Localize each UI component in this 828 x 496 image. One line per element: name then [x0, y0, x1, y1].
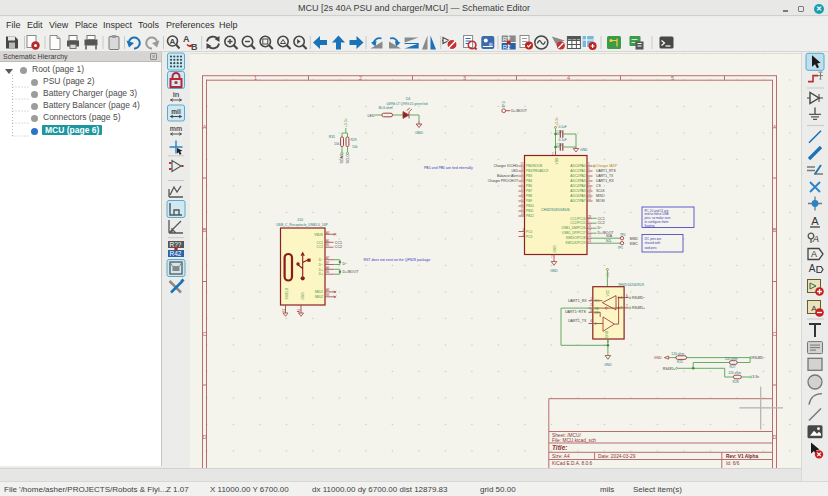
svg-text:VBUS: VBUS — [314, 233, 323, 237]
svg-text:A: A — [809, 263, 816, 274]
svg-text:TP4: TP4 — [620, 233, 626, 237]
svg-text:23: 23 — [588, 234, 592, 238]
svg-text:VDD: VDD — [555, 157, 559, 164]
svg-text:0499b LT Q99G.01 green led: 0499b LT Q99G.01 green led — [386, 102, 427, 106]
svg-text:CC1: CC1 — [598, 217, 605, 221]
svg-text:RS485+: RS485+ — [632, 306, 645, 310]
svg-text:CH32X035G8U6: CH32X035G8U6 — [541, 208, 570, 212]
svg-text:17: 17 — [521, 182, 525, 186]
svg-text:C: C — [203, 331, 207, 337]
svg-text:D: D — [773, 434, 777, 440]
svg-text:D+/BOOT: D+/BOOT — [343, 270, 360, 274]
svg-text:CC2: CC2 — [335, 245, 342, 249]
svg-text:D: D — [203, 434, 207, 440]
svg-text:Balancer Alert: Balancer Alert — [497, 174, 518, 178]
svg-text:A1: A1 — [297, 308, 301, 312]
svg-text:B7: B7 — [326, 261, 330, 265]
svg-text:SCL: SCL — [606, 239, 612, 243]
svg-text:USB1_DP/PC17: USB1_DP/PC17 — [562, 231, 586, 235]
svg-text:RST does not exist on the QFN2: RST does not exist on the QFN28 package — [364, 258, 431, 262]
svg-text:R2: R2 — [503, 44, 511, 50]
svg-text:A: A — [811, 249, 817, 259]
svg-text:16: 16 — [521, 177, 525, 181]
svg-text:18: 18 — [521, 167, 525, 171]
svg-text:GND: GND — [550, 269, 558, 273]
svg-text:GND: GND — [553, 245, 557, 253]
svg-text:D−: D− — [319, 263, 323, 267]
svg-text:PB0/NOCB: PB0/NOCB — [526, 164, 542, 168]
svg-text:Title:: Title: — [552, 444, 567, 451]
svg-text:120 ohm: 120 ohm — [725, 357, 738, 361]
svg-text:PB3: PB3 — [526, 174, 532, 178]
svg-text:RS485−: RS485− — [752, 356, 765, 360]
svg-text:CC2/PC15: CC2/PC15 — [570, 221, 585, 225]
svg-text:GND: GND — [580, 148, 588, 152]
svg-text:R29: R29 — [351, 138, 357, 142]
svg-text:R??: R?? — [170, 241, 182, 248]
svg-text:B6: B6 — [326, 270, 330, 274]
svg-text:UART1_RX: UART1_RX — [568, 299, 587, 303]
svg-text:floating: floating — [645, 224, 655, 228]
svg-text:SWDIO/PC18: SWDIO/PC18 — [566, 236, 586, 240]
svg-text:PB1/PB5/ADC9: PB1/PB5/ADC9 — [526, 169, 549, 173]
svg-text:PB7: PB7 — [526, 189, 532, 193]
svg-text:120 ohm: 120 ohm — [671, 352, 684, 356]
svg-text:26: 26 — [588, 224, 592, 228]
svg-text:28: 28 — [588, 215, 592, 219]
svg-text:80.6 ohm: 80.6 ohm — [378, 106, 392, 110]
svg-text:ADC1/PA1: ADC1/PA1 — [570, 169, 585, 173]
svg-text:+3.3v: +3.3v — [344, 118, 348, 127]
svg-text:2: 2 — [359, 75, 362, 81]
svg-text:mm: mm — [170, 125, 182, 132]
svg-text:A: A — [183, 34, 190, 44]
svg-text:File: MCU.kicad_sch: File: MCU.kicad_sch — [552, 438, 596, 443]
svg-text:RO: RO — [595, 299, 600, 303]
svg-text:mil: mil — [171, 108, 181, 115]
svg-text:19: 19 — [521, 187, 525, 191]
svg-text:UART1_TX: UART1_TX — [568, 319, 587, 323]
svg-text:KiCad E.D.A. 8.0.6: KiCad E.D.A. 8.0.6 — [552, 461, 593, 466]
svg-text:PB8: PB8 — [526, 194, 532, 198]
svg-text:SHIELD: SHIELD — [285, 287, 289, 299]
svg-text:A4: A4 — [326, 231, 330, 235]
svg-text:B: B — [620, 306, 622, 310]
svg-text:D−: D− — [598, 226, 603, 230]
svg-text:D+/BOOT: D+/BOOT — [511, 109, 528, 113]
svg-text:20: 20 — [521, 192, 525, 196]
svg-text:GND: GND — [301, 292, 305, 300]
svg-text:B8: B8 — [326, 293, 330, 297]
svg-text:LED: LED — [368, 114, 375, 118]
svg-text:ADC7/PA7: ADC7/PA7 — [570, 199, 585, 203]
svg-text:ADC2/PA2: ADC2/PA2 — [570, 174, 585, 178]
svg-text:GND: GND — [605, 330, 609, 338]
svg-text:RS485−: RS485− — [632, 296, 645, 300]
svg-text:C36: C36 — [556, 143, 562, 147]
svg-text:A: A — [203, 124, 207, 130]
svg-text:PB10: PB10 — [526, 204, 534, 208]
svg-text:CC1: CC1 — [335, 241, 342, 245]
svg-text:CS: CS — [596, 184, 601, 188]
svg-text:GND: GND — [604, 363, 612, 367]
svg-text:SCL0: SCL0 — [346, 155, 350, 164]
svg-text:ADC4/PA4: ADC4/PA4 — [570, 184, 585, 188]
svg-text:11: 11 — [588, 192, 591, 196]
svg-text:24: 24 — [588, 239, 592, 243]
svg-text:MOSI: MOSI — [596, 199, 605, 203]
svg-text:LED: LED — [511, 169, 518, 173]
svg-text:A6: A6 — [326, 266, 330, 270]
svg-text:27: 27 — [588, 229, 592, 233]
svg-text:B: B — [203, 227, 207, 233]
svg-text:ADC6/PA6: ADC6/PA6 — [570, 194, 585, 198]
svg-text:24: 24 — [521, 212, 525, 216]
svg-text:SDA: SDA — [606, 234, 612, 238]
svg-text:UART1~RTS: UART1~RTS — [565, 310, 587, 314]
svg-text:SWCLK/PC19: SWCLK/PC19 — [565, 241, 585, 245]
svg-text:I2C pins are: I2C pins are — [645, 237, 662, 241]
svg-text:Charger PROCHOT: Charger PROCHOT — [488, 179, 518, 183]
svg-text:D+: D+ — [319, 272, 323, 276]
svg-text:3.3v: 3.3v — [752, 375, 759, 379]
svg-text:MISO: MISO — [596, 194, 605, 198]
svg-text:CC2: CC2 — [598, 221, 605, 225]
svg-text:Charger IOCHG: Charger IOCHG — [494, 164, 519, 168]
svg-text:UART1_RTS: UART1_RTS — [596, 169, 616, 173]
